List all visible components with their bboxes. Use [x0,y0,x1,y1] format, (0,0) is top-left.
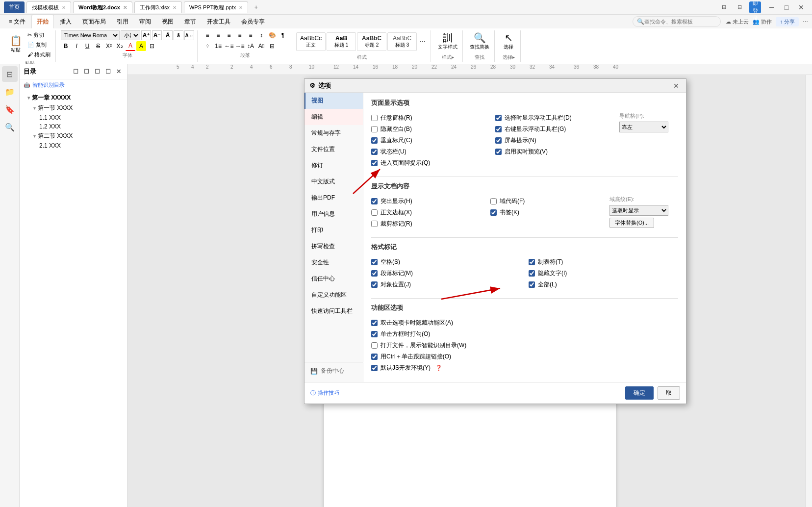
cancel-button[interactable]: 取 [658,386,680,400]
align-left-button[interactable]: ≡ [203,30,212,40]
align-center-button[interactable]: ≡ [213,30,223,40]
dialog-nav-quickaccess[interactable]: 快速访问工具栏 [304,303,363,319]
right-scrollbar[interactable] [805,75,812,507]
confirm-button[interactable]: 确定 [625,386,654,400]
dialog-nav-view[interactable]: 视图 [304,93,363,109]
dialog-close-button[interactable]: ✕ [671,81,681,91]
format-painter-button[interactable]: 🖌 格式刷 [25,50,52,59]
copy-button[interactable]: 📄 复制 [25,40,52,49]
subscript-button[interactable]: X₂ [115,41,125,51]
style-heading1[interactable]: AaB 标题 1 [327,32,356,51]
dialog-nav-edit[interactable]: 编辑 [304,109,363,125]
bullet-button[interactable]: ⁘ [203,41,212,51]
sidebar-bookmark-icon[interactable]: 🔖 [2,101,18,117]
tips-link[interactable]: ⓘ 操作技巧 [310,389,339,397]
tab-word[interactable]: Word教程2.docx ✕ [73,1,132,13]
sidebar-search-icon[interactable]: 🔍 [2,119,18,135]
check-js-env[interactable]: 默认JS开发环境(Y) ❓ [371,362,678,374]
check-field-code[interactable]: 域代码(F) [490,196,602,207]
backup-center-button[interactable]: 💾 备份中心 [304,362,363,379]
close-button[interactable]: ✕ [794,2,808,12]
more-btn[interactable]: ⋯ [803,19,808,25]
check-status-bar[interactable]: 状态栏(U) [371,146,487,157]
styles-more-button[interactable]: ⋯ [418,37,428,47]
font-name-select[interactable]: Times New Roma [61,30,120,40]
close-icon[interactable]: ✕ [239,5,243,10]
tab-section[interactable]: 章节 [179,15,201,28]
toc-list-icon[interactable]: ☐ [82,67,91,76]
check-right-float[interactable]: 右键显示浮动工具栏(G) [495,124,611,135]
toc-item-sec2[interactable]: ▾ 第二节 XXXX [20,131,127,141]
nav-position-select[interactable]: 靠左 靠右 关闭 [619,122,668,132]
dialog-nav-spell[interactable]: 拼写检查 [304,238,363,254]
close-icon[interactable]: ✕ [123,5,127,10]
close-icon[interactable]: ✕ [62,5,66,10]
toc-item-ch1[interactable]: ▾ 第一章 XXXXX [20,93,127,103]
collab-btn[interactable]: 👥 协作 [753,18,772,25]
dialog-nav-trust[interactable]: 信任中心 [304,271,363,287]
dialog-nav-pdf[interactable]: 输出PDF [304,190,363,206]
toc-close-icon[interactable]: ✕ [114,67,123,76]
check-tab[interactable]: 制表符(T) [529,256,678,268]
tab-layout[interactable]: 页面布局 [77,15,111,28]
layout-icon[interactable]: ⊞ [718,1,730,13]
font-grow-button[interactable]: A⁺ [141,30,151,40]
text-shape-button[interactable]: A⃝ [256,41,266,51]
underline-button[interactable]: U [82,41,92,51]
bold-button[interactable]: B [61,41,71,51]
not-cloud-btn[interactable]: ☁ 未上云 [726,18,749,25]
style-heading3[interactable]: AaBbC 标题 3 [387,32,417,51]
check-single-click-open[interactable]: 单击方框时打勾(O) [371,329,678,340]
dialog-nav-security[interactable]: 安全性 [304,254,363,271]
search-input[interactable] [644,19,716,25]
sidebar-files-icon[interactable]: 📁 [2,84,18,100]
dialog-nav-track[interactable]: 修订 [304,157,363,174]
tab-dev[interactable]: 开发工具 [202,15,235,28]
toc-smart-label[interactable]: 🤖 智能识别目录 [20,79,127,91]
align-justify-button[interactable]: ≡ [235,30,245,40]
check-textbox[interactable]: 正文边框(X) [371,207,482,218]
clear-format-button[interactable]: Ā [163,30,173,40]
check-bookmarks[interactable]: 书签(K) [490,207,602,218]
tab-view[interactable]: 视图 [157,15,178,28]
style-heading2[interactable]: AaBbC 标题 2 [357,32,386,51]
dialog-nav-userinfo[interactable]: 用户信息 [304,206,363,222]
indent-increase-button[interactable]: →≡ [235,41,245,51]
share-btn[interactable]: ↑ 分享 [776,17,799,26]
check-screen-tips[interactable]: 屏幕提示(N) [495,135,611,146]
border-button[interactable]: ⊡ [147,41,157,51]
superscript-button[interactable]: X² [104,41,114,51]
dialog-nav-filepos[interactable]: 文件位置 [304,141,363,157]
help-icon[interactable]: ❓ [435,365,442,371]
font-replace-button[interactable]: 字体替换(O)... [609,218,654,228]
cut-button[interactable]: ✂ 剪切 [25,30,52,39]
select-button[interactable]: ↖ 选择 [500,30,517,53]
search-bar[interactable]: 🔍 [633,16,721,27]
check-dbl-click-hide[interactable]: 双击选项卡时隐藏功能区(A) [371,317,678,329]
toc-item-sec1[interactable]: ▾ 第一节 XXXX [20,103,127,113]
tab-insert[interactable]: 插入 [55,15,76,28]
check-highlight[interactable]: 突出显示(H) [371,196,482,207]
highlight-button[interactable]: A [136,41,146,51]
toc-item-1-2[interactable]: 1.2 XXX [20,122,127,131]
toc-list2-icon[interactable]: ☐ [93,67,102,76]
para-mark-button[interactable]: ¶ [278,30,288,40]
textstyle-button[interactable]: 訓 文字样式 [436,30,459,53]
minimize-button[interactable]: ─ [765,2,779,12]
indent-decrease-button[interactable]: ←≡ [224,41,234,51]
tab-excel[interactable]: 工作簿3.xlsx ✕ [134,1,182,13]
dialog-nav-customize[interactable]: 自定义功能区 [304,287,363,303]
align-right-button[interactable]: ≡ [224,30,234,40]
check-hide-space[interactable]: 隐藏空白(B) [371,124,487,135]
check-v-ruler[interactable]: 垂直标尺(C) [371,135,487,146]
grid-icon[interactable]: ⊟ [734,1,745,13]
toc-item-1-1[interactable]: 1.1 XXX [20,113,127,122]
check-ctrl-link[interactable]: 用Ctrl＋单击跟踪超链接(O) [371,351,678,362]
sort-button[interactable]: ↕A [246,41,255,51]
check-hidden-text[interactable]: 隐藏文字(I) [529,268,678,279]
line-spacing-button[interactable]: ↕ [256,30,266,40]
check-space[interactable]: 空格(S) [371,256,521,268]
tab-member[interactable]: 会员专享 [236,15,270,28]
strikethrough-button[interactable]: S [93,41,103,51]
font-shrink-button[interactable]: A⁻ [152,30,162,40]
